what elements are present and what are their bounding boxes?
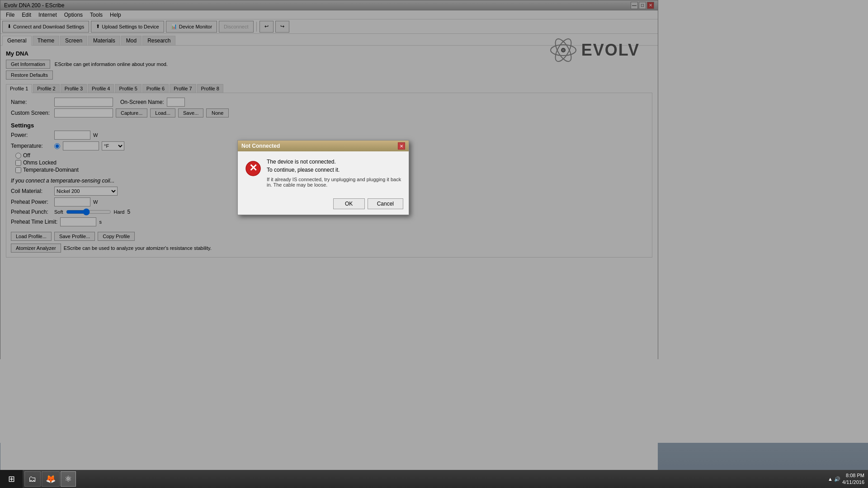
modal-note: If it already IS connected, try unpluggi… bbox=[267, 177, 401, 188]
windows-icon: ⊞ bbox=[8, 474, 15, 484]
modal-overlay: Not Connected ✕ ✕ The device is not conn… bbox=[0, 0, 868, 488]
escribe-icon: ⚛ bbox=[65, 474, 72, 484]
start-button[interactable]: ⊞ bbox=[0, 470, 23, 488]
modal-buttons: OK Cancel bbox=[238, 195, 409, 215]
taskbar-tray: ▲ 🔊 8:08 PM 4/11/2016 bbox=[824, 472, 868, 486]
taskbar-items: 🗂 🦊 ⚛ bbox=[23, 470, 824, 488]
modal-ok-button[interactable]: OK bbox=[333, 198, 365, 209]
modal-title: Not Connected bbox=[241, 143, 280, 149]
modal-close-button[interactable]: ✕ bbox=[398, 142, 405, 150]
modal-line1: The device is not connected. bbox=[267, 159, 401, 165]
modal-text-content: The device is not connected. To continue… bbox=[267, 159, 401, 188]
modal-titlebar: Not Connected ✕ bbox=[238, 141, 409, 151]
svg-text:✕: ✕ bbox=[249, 162, 257, 174]
firefox-icon: 🦊 bbox=[46, 474, 56, 484]
error-icon: ✕ bbox=[245, 160, 261, 188]
modal-dialog: Not Connected ✕ ✕ The device is not conn… bbox=[237, 140, 409, 215]
modal-cancel-button[interactable]: Cancel bbox=[368, 198, 403, 209]
taskbar-app-3[interactable]: ⚛ bbox=[61, 471, 76, 487]
modal-line2: To continue, please connect it. bbox=[267, 167, 401, 173]
folder-icon: 🗂 bbox=[28, 474, 37, 484]
taskbar-app-1[interactable]: 🗂 bbox=[24, 471, 41, 487]
modal-body: ✕ The device is not connected. To contin… bbox=[238, 151, 409, 195]
taskbar: ⊞ 🗂 🦊 ⚛ ▲ 🔊 8:08 PM 4/11/2016 bbox=[0, 470, 868, 488]
taskbar-app-2[interactable]: 🦊 bbox=[42, 471, 60, 487]
tray-icons: ▲ 🔊 bbox=[828, 476, 840, 482]
taskbar-time: 8:08 PM 4/11/2016 bbox=[842, 472, 864, 486]
